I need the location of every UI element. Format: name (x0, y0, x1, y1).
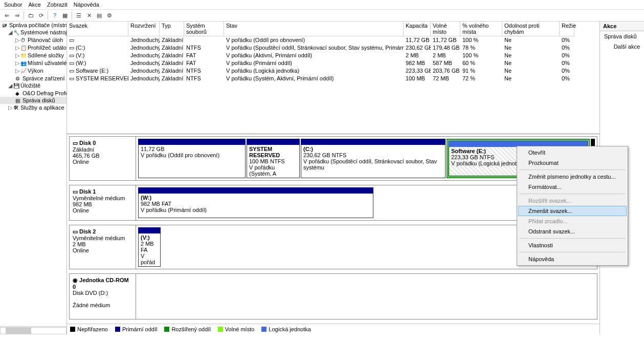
partition-w[interactable]: (W:) 982 MB FAT V pořádku (Primární oddí… (138, 187, 373, 218)
menu-action[interactable]: Akce (28, 2, 40, 8)
ctx-open[interactable]: Otevřít (518, 147, 627, 158)
disk-size: 465,76 GB (73, 153, 132, 159)
disk-icon: ▭ (73, 228, 78, 235)
forward-button[interactable]: ⇒ (12, 11, 21, 20)
action-button[interactable]: ☰ (74, 11, 83, 20)
disc-icon: ◉ (73, 277, 78, 283)
tree-scheduler[interactable]: ▷⏱Plánovač úloh (0, 36, 66, 44)
nav-tree: 🖳Správa počítače (místní) ◢🔧Systémové ná… (0, 22, 67, 334)
menubar: Soubor Akce Zobrazit Nápověda (0, 0, 644, 10)
toolbar: ⇐ ⇒ 🗀 ⟳ ? ▦ ☰ ✕ ▤ ⚙ (0, 10, 644, 22)
list-view-button[interactable]: ▦ (60, 11, 70, 20)
tree-diskmgmt[interactable]: ▤Správa disků (0, 97, 66, 104)
list-header: Svazek Rozvržení Typ Systém souborů Stav… (67, 22, 599, 36)
disk-size: 982 MB (73, 201, 132, 207)
swatch-extended (164, 327, 169, 332)
legend: Nepřiřazeno Primární oddíl Rozšířený odd… (67, 324, 599, 334)
tree-users[interactable]: ▷👥Místní uživatelé a s (0, 59, 66, 67)
properties-button[interactable]: ▤ (95, 11, 104, 20)
col-status[interactable]: Stav (224, 22, 404, 36)
partition-c[interactable]: (C:) 230,62 GB NTFS V pořádku (Spouštěcí… (301, 139, 446, 178)
settings-button[interactable]: ⚙ (105, 11, 114, 20)
menu-help[interactable]: Nápověda (74, 2, 99, 8)
disk-type: Základní (73, 146, 132, 153)
ctx-explore[interactable]: Prozkoumat (518, 158, 627, 168)
ctx-shrink[interactable]: Zmenšit svazek... (518, 206, 627, 216)
col-fs[interactable]: Systém souborů (184, 22, 224, 36)
context-menu: Otevřít Prozkoumat Změnit písmeno jednot… (517, 146, 628, 266)
ctx-format[interactable]: Formátovat... (518, 182, 627, 192)
tree-events[interactable]: ▷📋Prohlížeč událostí (0, 44, 66, 52)
delete-button[interactable]: ✕ (84, 11, 94, 20)
ctx-change-letter[interactable]: Změnit písmeno jednotky a cestu... (518, 172, 627, 182)
disk-status: Online (73, 159, 132, 165)
col-pct[interactable]: % volného místa (460, 22, 502, 36)
tree-root[interactable]: 🖳Správa počítače (místní) (0, 22, 66, 29)
col-layout[interactable]: Rozvržení (128, 22, 160, 36)
partition-recovery[interactable]: 11,72 GB V pořádku (Oddíl pro obnovení) (138, 139, 246, 178)
col-type[interactable]: Typ (160, 22, 184, 36)
partition-v[interactable]: (V:) 2 MB FA V pořád (138, 227, 161, 267)
table-row[interactable]: ▭ (W:)JednoduchýZákladníFATV pořádku (Pr… (67, 59, 599, 67)
menu-file[interactable]: Soubor (4, 2, 22, 8)
col-overhead[interactable]: Režie (560, 22, 574, 36)
menu-view[interactable]: Zobrazit (47, 2, 68, 8)
swatch-unallocated (70, 327, 75, 332)
table-row[interactable]: ▭ (C:)JednoduchýZákladníNTFSV pořádku (S… (67, 44, 599, 52)
col-free[interactable]: Volné místo (431, 22, 460, 36)
table-row[interactable]: ▭ (V:)JednoduchýZákladníFATV pořádku (Ak… (67, 52, 599, 59)
cdrom-0: ◉ Jednotka CD-ROM 0 Disk DVD (D:) Žádné … (69, 273, 597, 319)
tree-shared[interactable]: ▷📁Sdílené složky (0, 52, 66, 59)
tree-perf[interactable]: ▷📈Výkon (0, 67, 66, 75)
help-button[interactable]: ? (50, 11, 59, 20)
disk-icon: ▭ (73, 188, 78, 195)
swatch-free (218, 327, 223, 332)
disk-status: Žádné médium (73, 302, 132, 308)
swatch-logical (261, 327, 267, 332)
table-row[interactable]: ▭ SYSTEM RESERVED (I:)JednoduchýZákladní… (67, 75, 599, 82)
actions-title: Akce (600, 22, 644, 31)
tree-hscroll[interactable] (0, 326, 66, 334)
disk-size: 2 MB (73, 241, 132, 247)
ctx-delete[interactable]: Odstranit svazek... (518, 226, 627, 237)
tree-devmgr[interactable]: ⚙Správce zařízení (0, 75, 66, 82)
partition-system-reserved[interactable]: SYSTEM RESERVED 100 MB NTFS V pořádku (S… (247, 139, 300, 178)
col-capacity[interactable]: Kapacita (404, 22, 431, 36)
refresh-button[interactable]: ⟳ (36, 11, 46, 20)
tree-defrag[interactable]: ◆O&O Defrag Profe (0, 90, 66, 97)
volume-list: Svazek Rozvržení Typ Systém souborů Stav… (67, 22, 599, 134)
ctx-extend: Rozšířit svazek... (518, 196, 627, 206)
tree-storage[interactable]: ◢💾Úložiště (0, 82, 66, 90)
disk-type: Disk DVD (D:) (73, 290, 132, 296)
disk-type: Vyměnitelné médium (73, 195, 132, 201)
disk-status: Online (73, 207, 132, 214)
up-button[interactable]: 🗀 (26, 11, 35, 20)
tree-systools[interactable]: ◢🔧Systémové nástroje (0, 29, 66, 36)
ctx-help[interactable]: Nápověda (518, 254, 627, 264)
disk-type: Vyměnitelné médium (73, 235, 132, 241)
table-row[interactable]: ▭ Software (E:)JednoduchýZákladníNTFSV p… (67, 67, 599, 75)
ctx-mirror: Přidat zrcadlo... (518, 216, 627, 226)
swatch-primary (115, 327, 120, 332)
ctx-props[interactable]: Vlastnosti (518, 240, 627, 250)
table-row[interactable]: ▭ JednoduchýZákladníV pořádku (Oddíl pro… (67, 36, 599, 44)
disk-icon: ▭ (73, 140, 78, 146)
back-button[interactable]: ⇐ (2, 11, 11, 20)
disk-status: Online (73, 247, 132, 253)
col-volume[interactable]: Svazek (67, 22, 128, 36)
tree-services[interactable]: ▷🛠Služby a aplikace (0, 104, 66, 112)
actions-more[interactable]: Další akce (600, 41, 644, 52)
actions-diskmgmt[interactable]: Správa disků (600, 31, 644, 41)
col-fault[interactable]: Odolnost proti chybám (502, 22, 560, 36)
